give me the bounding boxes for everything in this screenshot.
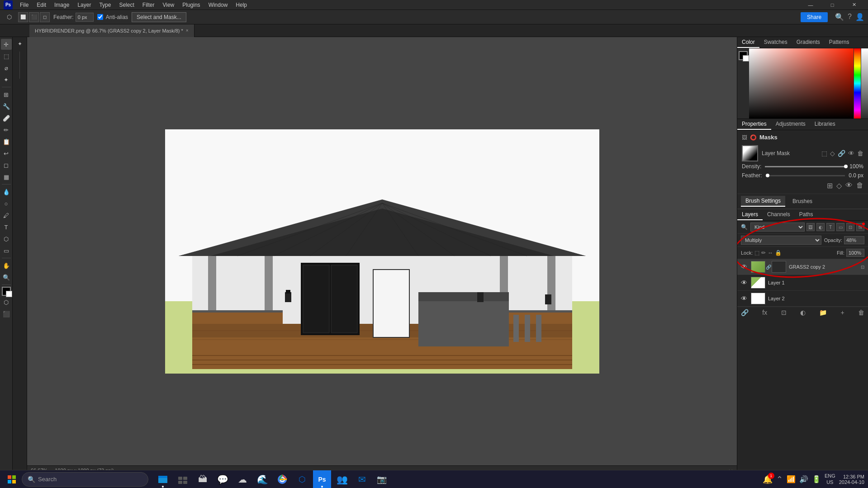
lock-position-icon[interactable]: ✏	[761, 250, 766, 256]
lock-artboard-icon[interactable]: ↔	[768, 250, 773, 256]
feather-thumb[interactable]	[766, 174, 769, 177]
anti-alias-checkbox[interactable]	[97, 14, 103, 20]
help-button[interactable]: ?	[848, 13, 852, 21]
taskbar-app-teams[interactable]: 💬	[213, 470, 232, 488]
tab-adjustments[interactable]: Adjustments	[771, 119, 810, 130]
menu-type[interactable]: Type	[95, 1, 114, 9]
add-selection-btn[interactable]: ⬛	[29, 12, 39, 22]
close-button[interactable]: ✕	[844, 0, 864, 10]
search-button[interactable]: 🔍	[835, 13, 844, 21]
mask-invert-icon[interactable]: ◇	[836, 181, 842, 190]
taskbar-app-taskview[interactable]	[174, 470, 192, 488]
density-thumb[interactable]	[844, 165, 848, 168]
mask-apply-icon[interactable]: 👁	[845, 181, 853, 190]
layer-mask-btn[interactable]: ⊡	[781, 309, 787, 316]
layer-visibility-grass2[interactable]: 👁	[741, 263, 748, 270]
tab-libraries[interactable]: Libraries	[810, 119, 840, 130]
hand-tool[interactable]: ✋	[1, 260, 12, 271]
canvas-wrapper[interactable]	[27, 37, 737, 465]
layer-item-layer2[interactable]: 👁 Layer 2	[737, 291, 868, 307]
layer-visibility-layer2[interactable]: 👁	[741, 295, 748, 302]
layer-group-btn[interactable]: 📁	[819, 309, 827, 316]
lasso-tool[interactable]: ⌀	[1, 62, 12, 73]
taskbar-app-explorer[interactable]	[154, 470, 172, 488]
feather-slider[interactable]	[766, 175, 845, 176]
taskbar-app-teams2[interactable]: 👥	[333, 470, 351, 488]
network-icon[interactable]: 📶	[787, 475, 796, 483]
shape-tool[interactable]: ▭	[1, 245, 12, 256]
path-selection-tool[interactable]: ⬡	[1, 233, 12, 244]
text-tool[interactable]: T	[1, 222, 12, 232]
filter-pixel-icon[interactable]: 🖼	[806, 223, 815, 231]
mask-delete-btn[interactable]: 🗑	[856, 181, 863, 190]
tab-layers[interactable]: Layers	[737, 209, 763, 220]
menu-view[interactable]: View	[159, 1, 178, 9]
spot-heal-tool[interactable]: 🩹	[1, 113, 12, 123]
menu-layer[interactable]: Layer	[74, 1, 95, 9]
account-button[interactable]: 👤	[855, 13, 864, 21]
menu-plugins[interactable]: Plugins	[179, 1, 204, 9]
tab-patterns[interactable]: Patterns	[825, 37, 854, 48]
foreground-swatch[interactable]	[739, 51, 748, 60]
move-tool[interactable]: ✛	[1, 39, 12, 50]
pen-tool[interactable]: 🖊	[1, 210, 12, 221]
start-button[interactable]	[4, 471, 20, 488]
battery-icon[interactable]: 🔋	[812, 475, 821, 483]
layer-delete-btn[interactable]: 🗑	[858, 309, 864, 316]
background-swatch[interactable]	[743, 55, 749, 62]
menu-filter[interactable]: Filter	[139, 1, 158, 9]
filter-kind-dropdown[interactable]: Kind	[750, 223, 805, 232]
contextual-taskbar-btn[interactable]: ✦	[17, 41, 23, 47]
taskbar-app-chrome[interactable]	[273, 470, 291, 488]
mask-refine-icon[interactable]: ⊞	[827, 181, 833, 190]
tab-gradients[interactable]: Gradients	[792, 37, 825, 48]
menu-edit[interactable]: Edit	[33, 1, 50, 9]
lock-all-icon[interactable]: 🔒	[775, 250, 782, 256]
document-tab[interactable]: HYBRIDRENDER.png @ 66.7% (GRASS2 copy 2,…	[29, 24, 194, 37]
eraser-tool[interactable]: ◻	[1, 160, 12, 171]
mask-delete-icon[interactable]: 🗑	[857, 150, 863, 157]
new-selection-btn[interactable]: ⬜	[18, 12, 28, 22]
background-color[interactable]	[6, 291, 12, 297]
blur-tool[interactable]: 💧	[1, 186, 12, 197]
notification-area[interactable]: 🔔 1	[763, 474, 773, 484]
taskbar-app-paint[interactable]: 🏔	[194, 470, 212, 488]
layer-item-layer1[interactable]: 👁 Layer 1	[737, 275, 868, 291]
tool-select-btn[interactable]: ⬡	[4, 12, 14, 23]
share-button[interactable]: Share	[801, 12, 828, 22]
blend-mode-dropdown[interactable]: Multiply	[741, 236, 821, 245]
tab-properties[interactable]: Properties	[737, 119, 771, 130]
color-spectrum[interactable]	[749, 48, 854, 118]
taskbar-app-ps[interactable]: Ps	[313, 470, 331, 488]
dodge-tool[interactable]: ○	[1, 198, 12, 209]
taskbar-app-outlook[interactable]: ✉	[353, 470, 371, 488]
history-brush-tool[interactable]: ↩	[1, 148, 12, 159]
brush-tool[interactable]: ✏	[1, 124, 12, 135]
taskbar-app-onedrive[interactable]: ☁	[233, 470, 251, 488]
layer-visibility-layer1[interactable]: 👁	[741, 279, 748, 286]
maximize-button[interactable]: □	[822, 0, 843, 10]
taskbar-app-edge[interactable]: 🌊	[253, 470, 271, 488]
minimize-button[interactable]: —	[800, 0, 821, 10]
system-clock[interactable]: 12:36 PM 2024-04-10	[839, 474, 864, 485]
tab-brush-settings[interactable]: Brush Settings	[741, 196, 785, 207]
language-indicator[interactable]: ENGUS	[825, 473, 835, 485]
opacity-input[interactable]	[844, 236, 864, 244]
mask-link-icon[interactable]: 🔗	[838, 150, 845, 157]
clone-stamp-tool[interactable]: 📋	[1, 136, 12, 147]
taskbar-app-sketchup[interactable]: ⬡	[293, 470, 311, 488]
mask-vector-icon[interactable]: ◇	[830, 150, 835, 157]
layer-item-grass2[interactable]: 👁 🔗 GRASS2 copy 2 ⊡	[737, 259, 868, 275]
lock-pixels-icon[interactable]: ⬚	[754, 250, 759, 256]
mask-camera-icon[interactable]: ⭕	[750, 134, 757, 141]
taskbar-search-box[interactable]: 🔍 Search	[22, 472, 148, 487]
filter-adjustment-icon[interactable]: ◐	[816, 223, 825, 231]
opacity-slider[interactable]	[861, 48, 868, 118]
menu-file[interactable]: File	[16, 1, 32, 9]
eyedropper-tool[interactable]: 🔧	[1, 101, 12, 112]
close-tab-button[interactable]: ×	[186, 28, 189, 33]
tab-channels[interactable]: Channels	[763, 209, 795, 220]
screen-mode[interactable]: ⬛	[1, 308, 12, 319]
layer-adjustment-btn[interactable]: ◐	[800, 309, 806, 316]
layer-link-btn[interactable]: 🔗	[741, 309, 749, 316]
